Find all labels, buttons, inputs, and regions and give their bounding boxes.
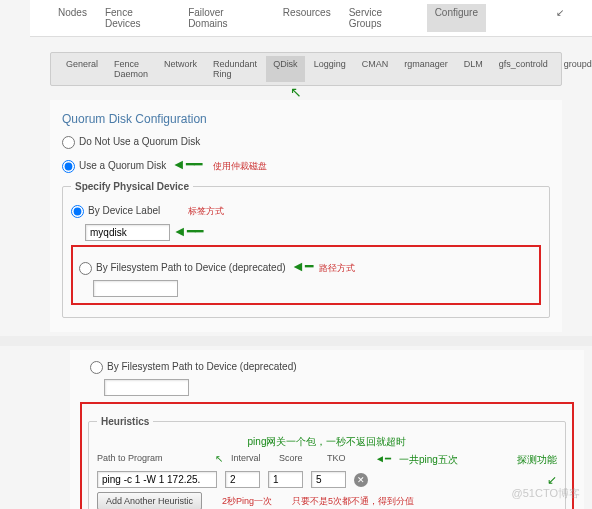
input-device-path[interactable] [93, 280, 178, 297]
subtab-gfs[interactable]: gfs_controld [492, 56, 555, 82]
ann-ping5: 一共ping五次 [399, 453, 458, 467]
tab-svcgroups[interactable]: Service Groups [341, 4, 425, 32]
page-title: Quorum Disk Configuration [62, 112, 550, 126]
tab-resources[interactable]: Resources [275, 4, 339, 32]
radio-use-qdisk[interactable] [62, 160, 75, 173]
delete-icon[interactable]: ✕ [354, 473, 368, 487]
label-by-path-2: By Filesystem Path to Device (deprecated… [107, 361, 297, 372]
arrow-icon: ◄━━ [172, 156, 202, 172]
subtab-network[interactable]: Network [157, 56, 204, 82]
arrow-icon: ↖ [290, 84, 302, 100]
ann-path-way: 路径方式 [319, 263, 355, 273]
hdr-interval: Interval [231, 453, 271, 467]
input-device-label[interactable] [85, 224, 170, 241]
arrow-icon: ↖ [215, 453, 223, 467]
radio-by-path[interactable] [79, 262, 92, 275]
arrow-icon: ◄━━ [173, 223, 203, 239]
label-no-qdisk: Do Not Use a Quorum Disk [79, 136, 200, 147]
legend-heur: Heuristics [97, 416, 153, 427]
fieldset-heuristics: Heuristics ping网关一个包，一秒不返回就超时 Path to Pr… [88, 416, 566, 509]
hdr-score: Score [279, 453, 319, 467]
sub-tabs: General Fence Daemon Network Redundant R… [50, 52, 562, 86]
tab-configure[interactable]: Configure [427, 4, 486, 32]
ann-use-qdisk: 使用仲裁磁盘 [213, 161, 267, 171]
legend-spd: Specify Physical Device [71, 181, 193, 192]
ann-probe: 探测功能 [517, 453, 557, 467]
tab-failover[interactable]: Failover Domains [180, 4, 273, 32]
ann-2s: 2秒Ping一次 [222, 495, 272, 508]
subtab-qdisk[interactable]: QDisk [266, 56, 305, 82]
input-device-path-2[interactable] [104, 379, 189, 396]
top-tabs: Nodes Fence Devices Failover Domains Res… [30, 0, 592, 37]
ann-label-way: 标签方式 [188, 206, 224, 216]
radio-no-qdisk[interactable] [62, 136, 75, 149]
input-heur-tko[interactable] [311, 471, 346, 488]
label-use-qdisk: Use a Quorum Disk [79, 160, 166, 171]
watermark: @51CTO博客 [512, 486, 580, 501]
subtab-rring[interactable]: Redundant Ring [206, 56, 264, 82]
radio-by-path-2[interactable] [90, 361, 103, 374]
add-heuristic-button[interactable]: Add Another Heuristic [97, 492, 202, 509]
input-heur-score[interactable] [268, 471, 303, 488]
tab-nodes[interactable]: Nodes [50, 4, 95, 32]
label-by-label: By Device Label [88, 205, 160, 216]
redbox-heuristics: Heuristics ping网关一个包，一秒不返回就超时 Path to Pr… [80, 402, 574, 509]
subtab-groupd[interactable]: groupd [557, 56, 592, 82]
subtab-cman[interactable]: CMAN [355, 56, 396, 82]
arrow-icon: ◄━ [375, 453, 391, 467]
input-heur-int[interactable] [225, 471, 260, 488]
redbox-path: By Filesystem Path to Device (deprecated… [71, 245, 541, 305]
fieldset-physical-device: Specify Physical Device By Device Label … [62, 181, 550, 318]
subtab-logging[interactable]: Logging [307, 56, 353, 82]
arrow-icon: ◄━ [291, 258, 313, 274]
input-heur-path[interactable] [97, 471, 217, 488]
label-by-path: By Filesystem Path to Device (deprecated… [96, 262, 286, 273]
ann-ping-desc: ping网关一个包，一秒不返回就超时 [248, 436, 407, 447]
subtab-dlm[interactable]: DLM [457, 56, 490, 82]
radio-by-label[interactable] [71, 205, 84, 218]
hdr-path: Path to Program [97, 453, 207, 467]
arrow-icon: ↙ [547, 473, 557, 487]
subtab-general[interactable]: General [59, 56, 105, 82]
hdr-tko: TKO [327, 453, 367, 467]
subtab-rgmgr[interactable]: rgmanager [397, 56, 455, 82]
subtab-fenced[interactable]: Fence Daemon [107, 56, 155, 82]
ann-tko-fail: 只要不是5次都不通，得到分值 [292, 495, 414, 508]
tab-fence[interactable]: Fence Devices [97, 4, 178, 32]
arrow-icon: ↙ [548, 4, 572, 32]
